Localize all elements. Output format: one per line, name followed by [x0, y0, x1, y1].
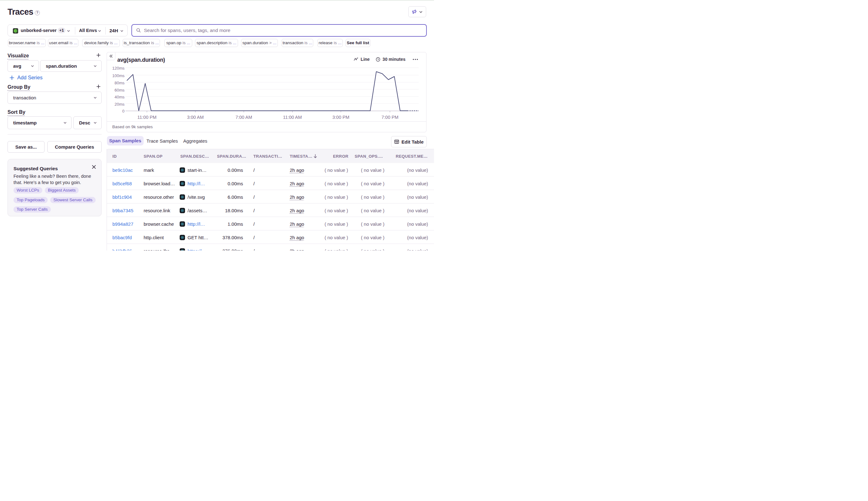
svg-text:3:00 AM: 3:00 AM — [187, 115, 203, 119]
svg-text:80ms: 80ms — [115, 81, 125, 85]
svg-text:11:00 AM: 11:00 AM — [283, 115, 302, 119]
svg-text:40ms: 40ms — [115, 95, 125, 99]
svg-text:100ms: 100ms — [112, 73, 125, 78]
svg-text:60ms: 60ms — [115, 88, 125, 93]
svg-text:0: 0 — [122, 109, 125, 114]
svg-text:7:00 AM: 7:00 AM — [235, 115, 252, 119]
svg-text:11:00 PM: 11:00 PM — [137, 115, 157, 119]
svg-text:120ms: 120ms — [112, 66, 125, 71]
svg-text:3:00 PM: 3:00 PM — [332, 115, 349, 119]
svg-text:20ms: 20ms — [115, 102, 125, 107]
svg-text:7:00 PM: 7:00 PM — [382, 115, 399, 119]
